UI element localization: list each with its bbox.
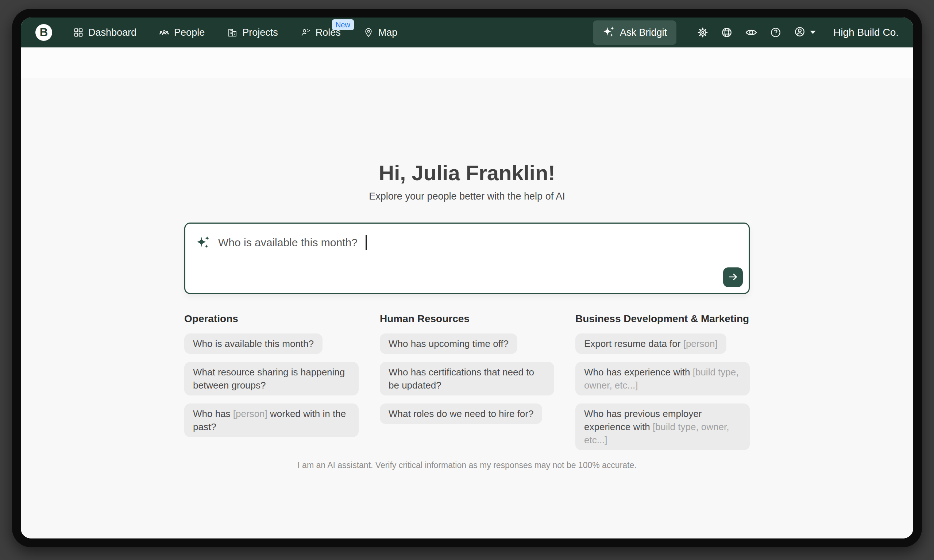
suggestion-grid: OperationsWho is available this month?Wh… [184, 313, 750, 458]
send-button[interactable] [723, 268, 743, 287]
ai-disclaimer: I am an AI assistant. Verify critical in… [297, 460, 636, 470]
sparkle-icon [602, 25, 615, 40]
ai-prompt-input[interactable]: Who is available this month? [184, 223, 750, 294]
settings-gear-icon[interactable] [697, 27, 709, 38]
people-group-icon [159, 28, 169, 38]
new-badge: New [332, 19, 354, 30]
suggestion-chip[interactable]: Export resume data for [person] [575, 334, 726, 354]
suggestion-text: Who has [193, 408, 233, 419]
suggestion-text: What resource sharing is happening betwe… [193, 367, 345, 391]
greeting-subtitle: Explore your people better with the help… [369, 191, 565, 202]
company-name: High Build Co. [833, 27, 899, 38]
eye-icon[interactable] [745, 26, 757, 38]
app-window: B Dashboard [12, 9, 922, 547]
suggestion-chip[interactable]: Who has certifications that need to be u… [380, 362, 554, 395]
nav-item-people[interactable]: People [159, 27, 205, 38]
suggestion-text: Who has certifications that need to be u… [389, 367, 534, 391]
nav-items: Dashboard [73, 27, 397, 38]
suggestion-column: OperationsWho is available this month?Wh… [184, 313, 359, 445]
suggestion-text: Who has upcoming time off? [389, 338, 509, 349]
suggestion-text: Who is available this month? [193, 338, 314, 349]
suggestion-placeholder-text: [person] [233, 408, 268, 419]
main-content: Hi, Julia Franklin! Explore your people … [21, 78, 913, 538]
suggestion-placeholder-text: [person] [683, 338, 718, 349]
suggestion-chip[interactable]: Who has previous employer experience wit… [575, 403, 750, 450]
greeting-title: Hi, Julia Franklin! [379, 160, 555, 185]
suggestion-chip[interactable]: What resource sharing is happening betwe… [184, 362, 359, 395]
nav-item-label: Map [379, 27, 398, 38]
desktop-background: B Dashboard [0, 0, 934, 560]
suggestion-chip[interactable]: Who is available this month? [184, 334, 323, 354]
nav-item-dashboard[interactable]: Dashboard [73, 27, 137, 38]
nav-item-map[interactable]: Map [363, 27, 398, 38]
prompt-line: Who is available this month? [185, 224, 749, 251]
projects-building-icon [227, 28, 237, 38]
account-circle-icon [794, 26, 806, 39]
suggestion-group-title: Human Resources [380, 313, 469, 325]
arrow-right-icon [728, 271, 739, 283]
nav-item-label: Dashboard [88, 27, 137, 38]
help-circle-icon[interactable] [770, 27, 782, 38]
text-caret [366, 235, 367, 250]
ask-bridgit-label: Ask Bridgit [620, 27, 667, 38]
ai-sparkle-icon [195, 235, 210, 251]
dashboard-grid-icon [73, 28, 83, 38]
map-pin-icon [363, 28, 374, 38]
suggestion-chip[interactable]: What roles do we need to hire for? [380, 403, 542, 424]
suggestion-group-title: Operations [184, 313, 238, 325]
suggestion-text: What roles do we need to hire for? [389, 408, 533, 419]
nav-right: Ask Bridgit [593, 20, 899, 45]
logo-letter: B [40, 26, 48, 39]
bridgit-logo[interactable]: B [35, 24, 52, 41]
suggestion-chip[interactable]: Who has [person] worked with in the past… [184, 403, 359, 437]
caret-down-icon [810, 29, 816, 36]
ask-bridgit-button[interactable]: Ask Bridgit [593, 20, 676, 45]
suggestion-text: Who has experience with [584, 367, 693, 378]
nav-item-label: People [174, 27, 205, 38]
prompt-input-value: Who is available this month? [218, 236, 357, 249]
suggestion-chip[interactable]: Who has experience with [build type, own… [575, 362, 750, 395]
account-menu[interactable] [794, 26, 816, 39]
app-content: B Dashboard [21, 17, 913, 538]
roles-person-icon [301, 28, 311, 38]
suggestion-text: Export resume data for [584, 338, 683, 349]
nav-item-projects[interactable]: Projects [227, 27, 278, 38]
suggestion-chip[interactable]: Who has upcoming time off? [380, 334, 517, 354]
suggestion-column: Human ResourcesWho has upcoming time off… [380, 313, 554, 432]
nav-item-roles[interactable]: Roles New [301, 27, 341, 38]
nav-item-label: Projects [242, 27, 278, 38]
suggestion-column: Business Development & MarketingExport r… [575, 313, 750, 458]
page-header-bar [21, 48, 913, 78]
suggestion-group-title: Business Development & Marketing [575, 313, 749, 325]
top-nav: B Dashboard [21, 17, 913, 48]
globe-icon[interactable] [721, 27, 732, 38]
